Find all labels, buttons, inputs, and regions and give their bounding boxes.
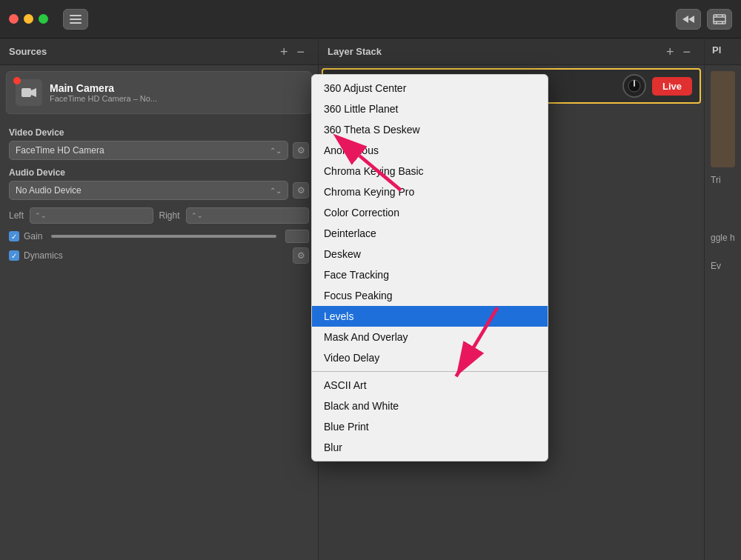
dynamics-checkbox[interactable]: ✓ <box>9 250 19 261</box>
source-settings: Video Device FaceTime HD Camera ⌃⌄ ⚙ Aud… <box>0 120 318 276</box>
dropdown-item[interactable]: Blur <box>312 437 548 458</box>
dropdown-item-label: Chroma Keying Pro <box>324 186 414 198</box>
dropdown-item[interactable]: Color Correction <box>312 202 548 223</box>
dropdown-item[interactable]: Face Tracking <box>312 264 548 285</box>
right-label-3: Ev <box>711 261 735 271</box>
dropdown-item-label: Video Delay <box>324 352 379 364</box>
dropdown-item[interactable]: Mask And Overlay <box>312 327 548 347</box>
dropdown-item[interactable]: Levels <box>312 306 548 327</box>
lr-row: Left ⌃⌄ Right ⌃⌄ <box>9 207 309 224</box>
dynamics-gear-button[interactable]: ⚙ <box>293 247 309 264</box>
layer-remove-button[interactable]: − <box>678 45 695 59</box>
video-device-select[interactable]: FaceTime HD Camera ⌃⌄ <box>9 141 288 160</box>
right-label: Right <box>159 210 180 221</box>
dropdown-item[interactable]: Chroma Keying Pro <box>312 181 548 202</box>
dropdown-item[interactable]: Anonymous <box>312 140 548 161</box>
right-panel: Pl Tri ggle h Ev <box>704 39 741 560</box>
audio-device-arrow: ⌃⌄ <box>270 187 282 195</box>
film-icon-button[interactable] <box>707 9 732 30</box>
dropdown-item-label: Color Correction <box>324 207 399 219</box>
dropdown-item-label: 360 Little Planet <box>324 103 398 115</box>
dropdown-item[interactable]: 360 Adjust Center <box>312 78 548 99</box>
right-label-2: ggle h <box>711 233 735 243</box>
right-thumbnail <box>711 71 735 167</box>
source-info: Main Camera FaceTime HD Camera – No... <box>50 82 302 103</box>
dropdown-item[interactable]: Focus Peaking <box>312 285 548 306</box>
dropdown-item[interactable]: Deinterlace <box>312 223 548 244</box>
dropdown-item-label: Black and White <box>324 400 399 412</box>
sources-add-button[interactable]: + <box>276 45 293 59</box>
title-bar-actions <box>676 9 732 30</box>
dropdown-divider <box>312 371 548 372</box>
gain-label: Gain <box>24 231 42 241</box>
right-channel-select[interactable]: ⌃⌄ <box>186 207 309 224</box>
sidebar-toggle-button[interactable] <box>63 9 88 30</box>
layer-panel: Layer Stack + − ⌃P Fullscreen) Live 360 … <box>319 39 704 560</box>
gain-slider[interactable] <box>51 235 276 238</box>
gain-row: ✓ Gain <box>9 230 309 243</box>
right-label-1: Tri <box>711 175 735 185</box>
rewind-icon-button[interactable] <box>676 9 701 30</box>
dropdown-item-label: Deskew <box>324 248 361 260</box>
sources-title: Sources <box>9 46 276 57</box>
video-device-arrow: ⌃⌄ <box>270 147 282 155</box>
sources-header: Sources + − <box>0 39 318 65</box>
source-subtitle: FaceTime HD Camera – No... <box>50 94 302 103</box>
dropdown-bottom-section: ASCII ArtBlack and WhiteBlue PrintBlur <box>312 375 548 458</box>
gain-value-box <box>285 230 309 243</box>
dropdown-item[interactable]: Chroma Keying Basic <box>312 161 548 181</box>
gain-checkbox[interactable]: ✓ <box>9 231 19 241</box>
dropdown-item[interactable]: ASCII Art <box>312 375 548 396</box>
dropdown-item[interactable]: Blue Print <box>312 416 548 437</box>
svg-rect-5 <box>714 15 725 24</box>
source-name: Main Camera <box>50 82 302 94</box>
sources-panel: Sources + − Main Camera FaceTime HD Came… <box>0 39 319 560</box>
dropdown-top-section: 360 Adjust Center360 Little Planet360 Th… <box>312 78 548 368</box>
svg-rect-1 <box>70 19 82 20</box>
dropdown-item-label: 360 Theta S Deskew <box>324 124 420 136</box>
video-device-row: FaceTime HD Camera ⌃⌄ ⚙ <box>9 141 309 160</box>
audio-device-select[interactable]: No Audio Device ⌃⌄ <box>9 181 288 200</box>
traffic-lights <box>9 14 48 24</box>
dropdown-item-label: Focus Peaking <box>324 290 393 301</box>
dropdown-item-label: ASCII Art <box>324 379 367 391</box>
source-item-main-camera[interactable]: Main Camera FaceTime HD Camera – No... <box>6 71 312 114</box>
svg-marker-13 <box>31 88 36 97</box>
audio-device-gear-button[interactable]: ⚙ <box>293 182 309 199</box>
filter-dropdown-menu: 360 Adjust Center360 Little Planet360 Th… <box>311 74 548 461</box>
left-channel-select[interactable]: ⌃⌄ <box>30 207 153 224</box>
svg-marker-3 <box>682 16 688 23</box>
right-panel-header: Pl <box>705 39 741 65</box>
close-button[interactable] <box>9 14 19 24</box>
dropdown-item[interactable]: Black and White <box>312 396 548 416</box>
right-panel-title: Pl <box>712 44 721 56</box>
right-panel-content: Tri ggle h Ev <box>705 65 741 560</box>
dropdown-item-label: Blue Print <box>324 421 369 433</box>
dynamics-label: Dynamics <box>24 250 63 261</box>
maximize-button[interactable] <box>39 14 48 24</box>
dropdown-item-label: Anonymous <box>324 144 379 156</box>
svg-marker-4 <box>688 16 694 23</box>
audio-device-row: No Audio Device ⌃⌄ ⚙ <box>9 181 309 200</box>
video-device-gear-button[interactable]: ⚙ <box>293 142 309 159</box>
minimize-button[interactable] <box>24 14 33 24</box>
dropdown-item-label: 360 Adjust Center <box>324 82 406 94</box>
layer-add-button[interactable]: + <box>662 45 679 59</box>
sources-remove-button[interactable]: − <box>292 45 309 59</box>
dropdown-item-label: Deinterlace <box>324 227 376 239</box>
live-button[interactable]: Live <box>652 77 692 96</box>
dropdown-item[interactable]: Video Delay <box>312 347 548 368</box>
svg-rect-2 <box>70 22 82 24</box>
dynamics-row: ✓ Dynamics ⚙ <box>9 247 309 264</box>
dropdown-item[interactable]: 360 Theta S Deskew <box>312 119 548 140</box>
dropdown-item[interactable]: Deskew <box>312 244 548 264</box>
dropdown-item-label: Mask And Overlay <box>324 331 408 343</box>
audio-device-label: Audio Device <box>9 167 309 178</box>
dropdown-item[interactable]: 360 Little Planet <box>312 99 548 119</box>
svg-rect-0 <box>70 15 82 16</box>
layer-stack-title: Layer Stack <box>328 46 662 57</box>
title-bar <box>0 0 741 39</box>
video-device-value: FaceTime HD Camera <box>16 145 104 156</box>
dropdown-item-label: Face Tracking <box>324 269 389 281</box>
layer-header: Layer Stack + − <box>319 39 704 65</box>
